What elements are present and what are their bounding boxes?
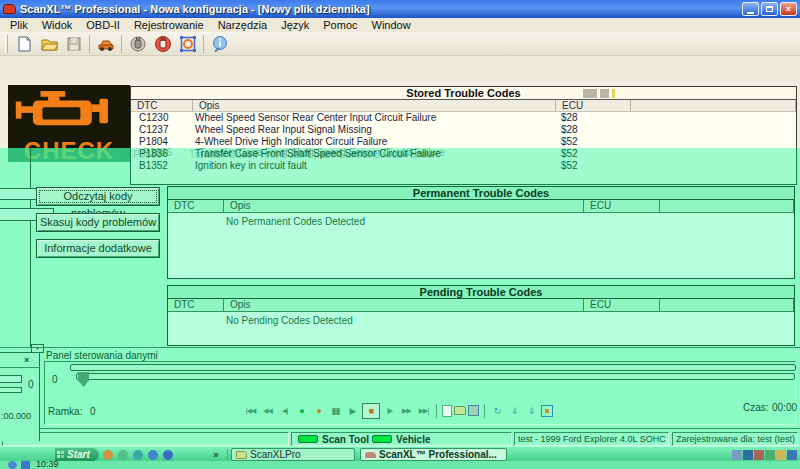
vehicle-icon[interactable] [93,33,118,54]
table-row[interactable]: C1230 Wheel Speed Sensor Rear Center Inp… [131,112,796,124]
col-ecu: ECU [584,200,660,212]
menu-jezyk[interactable]: Język [274,19,316,31]
additional-info-button[interactable]: Informacje dodatkowe [36,239,160,258]
disconnect-icon[interactable] [150,33,175,54]
table-row[interactable]: C1237 Wheel Speed Rear Input Signal Miss… [131,124,796,136]
restore-icon [766,6,773,12]
frame-label: Ramka: [48,406,82,417]
step-back-icon[interactable]: ◀| [277,403,292,419]
playback-separator [484,404,485,418]
dashboard-icon[interactable] [175,33,200,54]
export-icon[interactable]: ⇓ [507,403,522,419]
pause-icon[interactable]: ▮▮ [328,403,343,419]
rewind-icon[interactable]: ◀◀ [260,403,275,419]
panel-divider [0,347,800,348]
table-row[interactable]: B1352 Ignition key in circuit fault $52 [131,160,796,172]
fast-forward-icon[interactable]: ▶▶ [399,403,414,419]
taskbar-clock: 10:39 [36,459,59,469]
tray-icon[interactable] [743,450,753,460]
glitch-artifact [612,89,615,98]
col-opis: Opis [224,299,584,311]
slider-value: 0 [52,374,58,385]
reload-icon[interactable]: ↻ [490,403,505,419]
scan-tool-led [298,435,318,443]
menu-widok[interactable]: Widok [35,19,80,31]
tray-volume-icon[interactable] [776,450,786,460]
marker-icon[interactable]: ● [311,403,326,419]
open-file-icon[interactable] [36,33,61,54]
minimize-icon [747,12,754,14]
tray-icon[interactable] [787,450,797,460]
skip-end-icon[interactable]: ▶▶| [416,403,431,419]
quicklaunch-ie-icon[interactable] [148,450,158,460]
read-codes-button[interactable]: Odczytaj kody problemów [36,187,160,206]
col-ecu: ECU [556,100,631,111]
dtc-cell: C1230 [131,112,193,124]
playback-slider-track2[interactable] [76,373,795,380]
quicklaunch-explorer-icon[interactable] [133,450,143,460]
pending-empty-message: No Pending Codes Detected [168,312,794,326]
quicklaunch-app-icon[interactable] [118,450,128,460]
col-blank [660,200,794,212]
new-file-icon[interactable] [11,33,36,54]
skip-start-icon[interactable]: |◀◀ [243,403,258,419]
task-scanxlpro-folder[interactable]: ScanXLPro [231,448,355,461]
menu-rejestrowanie[interactable]: Rejestrowanie [127,19,211,31]
tray-icon[interactable] [765,450,775,460]
new-log-icon[interactable] [442,405,452,417]
save-log-icon[interactable] [468,405,479,416]
start-button[interactable]: Start [55,448,99,461]
stored-codes-title: Stored Trouble Codes [131,87,796,100]
minimize-button[interactable] [742,2,759,16]
opis-cell: Wheel Speed Rear Input Signal Missing [193,124,556,136]
send-icon[interactable]: ⇓ [524,403,539,419]
scan-tool-label: Scan Tool [322,434,369,445]
glitch-artifact [583,89,597,98]
fragment-close-icon[interactable]: × [24,355,29,365]
fragment-divider [0,367,40,368]
quicklaunch-media-icon[interactable] [163,450,173,460]
permanent-codes-table: Permanent Trouble Codes DTC Opis ECU No … [167,186,795,279]
menu-window[interactable]: Window [365,19,418,31]
menu-narzedzia[interactable]: Narzędzia [211,19,275,31]
restore-button[interactable] [761,2,778,16]
menu-pomoc[interactable]: Pomoc [316,19,364,31]
info-icon[interactable] [207,33,232,54]
play-icon[interactable]: ▶ [345,403,360,419]
data-panel-title: Panel sterowania danymi [46,350,158,361]
ecu-cell: $28 [556,112,631,124]
col-blank [660,299,794,311]
windows-flag-icon [57,451,65,459]
save-file-icon[interactable] [61,33,86,54]
menu-plik[interactable]: Plik [3,19,35,31]
step-forward-icon[interactable]: |▶ [382,403,397,419]
status-registered: Zarejestrowane dla: test (test) [672,432,798,446]
opis-cell: Wheel Speed Sensor Rear Center Input Cir… [193,112,556,124]
snapshot-icon[interactable] [541,405,553,417]
clear-codes-button[interactable]: Skasuj kody problemów [36,213,160,232]
close-button[interactable]: × [780,2,797,16]
connect-icon[interactable] [125,33,150,54]
ecu-cell: $52 [556,148,631,160]
dtc-cell: C1237 [131,124,193,136]
table-row[interactable]: P1836 Transfer Case Front Shaft Speed Se… [131,148,796,160]
playback-slider-track[interactable] [70,364,796,371]
opis-cell: Transfer Case Front Shaft Speed Sensor C… [193,148,556,160]
task-scanxl-professional[interactable]: ScanXL™ Professional... [360,448,507,461]
record-icon[interactable]: ● [294,403,309,419]
quicklaunch-browser-icon[interactable] [103,450,113,460]
stop-button[interactable]: ■ [362,403,380,419]
dtc-cell: B1352 [131,160,193,172]
toolbar-grip[interactable] [5,35,8,53]
app-icon [3,4,16,14]
menu-obd2[interactable]: OBD-II [79,19,127,31]
time-label: Czas: [743,402,769,413]
tray-icon[interactable] [732,450,742,460]
scanxl-window: ScanXL™ Professional - Nowa konfiguracja… [0,0,800,469]
title-bar: ScanXL™ Professional - Nowa konfiguracja… [0,0,800,18]
table-row[interactable]: P1804 4-Wheel Drive High Indicator Circu… [131,136,796,148]
open-log-icon[interactable] [454,406,466,415]
playback-separator [436,404,437,418]
quicklaunch-overflow-chevron[interactable]: » [213,449,219,460]
tray-network-icon[interactable] [754,450,764,460]
